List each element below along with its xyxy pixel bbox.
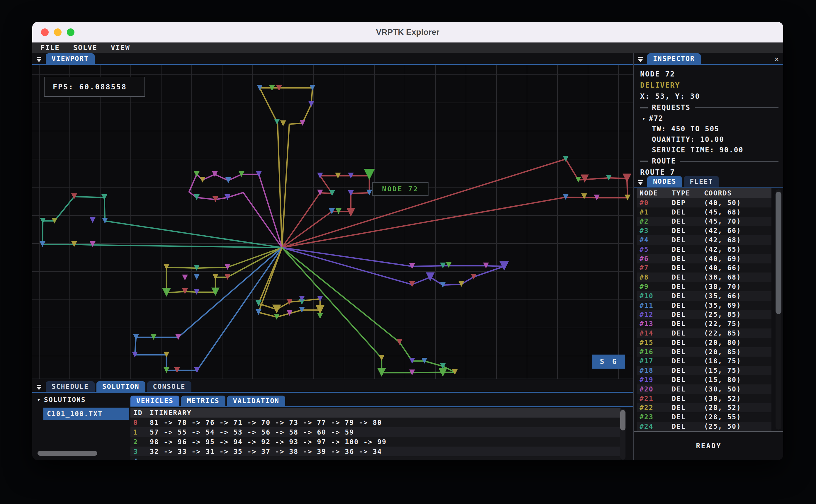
node-type: DEL <box>672 357 704 365</box>
tab-solution[interactable]: SOLUTION <box>96 381 145 392</box>
node-id: #20 <box>640 385 672 393</box>
table-row[interactable]: #20DEL(30, 50) <box>637 384 771 394</box>
node-id: #5 <box>640 246 672 253</box>
tab-fleet[interactable]: FLEET <box>684 176 719 187</box>
vehicle-itinerary: 32 -> 33 -> 31 -> 35 -> 37 -> 38 -> 39 -… <box>150 448 382 455</box>
solution-item-selected[interactable]: C101_100.TXT <box>43 408 129 420</box>
node-id: #15 <box>640 339 672 346</box>
vehicle-itinerary: 98 -> 96 -> 95 -> 94 -> 92 -> 93 -> 97 -… <box>150 438 387 446</box>
vertical-scrollbar-track[interactable] <box>620 409 625 460</box>
tab-console[interactable]: CONSOLE <box>147 381 191 392</box>
solutions-tree-header[interactable]: ▾ SOLUTIONS <box>37 396 86 403</box>
solutions-label: SOLUTIONS <box>44 396 86 403</box>
node-id: #9 <box>640 283 672 290</box>
itinerary-row[interactable]: 332 -> 33 -> 31 -> 35 -> 37 -> 38 -> 39 … <box>130 447 621 456</box>
node-id: #18 <box>640 367 672 374</box>
itinerary-row[interactable]: 298 -> 96 -> 95 -> 94 -> 92 -> 93 -> 97 … <box>130 437 621 447</box>
table-row[interactable]: #17DEL(18, 75) <box>637 357 771 366</box>
node-coords: (45, 68) <box>704 208 741 216</box>
route-section-header: ROUTE <box>640 157 778 165</box>
tab-viewport[interactable]: VIEWPORT <box>46 53 95 64</box>
node-tooltip: NODE 72 <box>372 182 429 196</box>
nodes-scrollbar-thumb[interactable] <box>776 192 781 314</box>
node-coords: (38, 70) <box>704 283 741 290</box>
table-row[interactable]: #24DEL(25, 50) <box>637 422 771 431</box>
node-coords: (45, 70) <box>704 217 741 225</box>
tab-validation[interactable]: VALIDATION <box>227 396 285 406</box>
table-row[interactable]: #7DEL(40, 66) <box>637 263 771 273</box>
table-row[interactable]: #8DEL(38, 68) <box>637 273 771 282</box>
itinerary-row[interactable]: 157 -> 55 -> 54 -> 53 -> 56 -> 58 -> 60 … <box>130 427 621 437</box>
request-row[interactable]: ▾ #72 <box>642 114 778 122</box>
collapse-icon[interactable] <box>637 55 644 62</box>
viewport-canvas[interactable]: FPS: 60.088558 NODE 72 S G <box>32 65 633 379</box>
table-row[interactable]: #10DEL(35, 66) <box>637 291 771 301</box>
menu-item-solve[interactable]: SOLVE <box>73 44 97 52</box>
table-row[interactable]: #16DEL(20, 85) <box>637 347 771 357</box>
node-type: DEL <box>672 292 704 300</box>
collapse-icon[interactable] <box>637 177 644 185</box>
horizontal-scrollbar-thumb[interactable] <box>38 451 97 456</box>
table-row[interactable]: #3DEL(42, 66) <box>637 226 771 235</box>
nodes-table-header: NODE TYPE COORDS <box>637 188 771 198</box>
nodes-scrollbar-track[interactable] <box>776 189 781 430</box>
table-row[interactable]: #14DEL(22, 85) <box>637 328 771 338</box>
table-row[interactable]: #4DEL(42, 68) <box>637 235 771 245</box>
table-row[interactable]: #2DEL(45, 70) <box>637 217 771 226</box>
collapse-icon[interactable] <box>35 55 43 62</box>
snap-toggle-button[interactable]: S <box>600 357 605 366</box>
node-id: #4 <box>640 236 672 244</box>
table-row[interactable]: #22DEL(28, 52) <box>637 403 771 413</box>
table-row[interactable]: #1DEL(45, 68) <box>637 207 771 217</box>
node-coords: (25, 85) <box>704 311 741 318</box>
collapse-icon[interactable] <box>35 382 43 390</box>
itinerary-row[interactable]: 4 <box>130 456 621 460</box>
table-row[interactable]: #15DEL(20, 80) <box>637 338 771 347</box>
table-row[interactable]: #6DEL(40, 69) <box>637 254 771 263</box>
grid-toggle-button[interactable]: G <box>612 357 617 366</box>
table-row[interactable]: #23DEL(28, 55) <box>637 412 771 422</box>
tab-inspector[interactable]: INSPECTOR <box>647 53 701 64</box>
node-id: #19 <box>640 376 672 384</box>
bottom-panel: SCHEDULE SOLUTION CONSOLE ▾ SOLUTIONS C1… <box>32 379 633 460</box>
vertical-scrollbar-thumb[interactable] <box>620 410 625 430</box>
node-type: DEL <box>672 385 704 393</box>
node-coords: (40, 69) <box>704 255 741 263</box>
inspector-node-title: NODE 72 <box>640 70 778 78</box>
node-type: DEL <box>672 255 704 263</box>
node-type: DEL <box>672 367 704 374</box>
node-type: DEL <box>672 246 704 253</box>
table-row[interactable]: #12DEL(25, 85) <box>637 310 771 319</box>
node-type: DEL <box>672 227 704 234</box>
menu-item-file[interactable]: FILE <box>40 44 60 52</box>
fps-counter: FPS: 60.088558 <box>44 77 145 97</box>
table-row[interactable]: #13DEL(22, 75) <box>637 319 771 328</box>
node-type: DEL <box>672 208 704 216</box>
menu-item-view[interactable]: VIEW <box>111 44 130 52</box>
table-row[interactable]: #9DEL(38, 70) <box>637 282 771 291</box>
tab-metrics[interactable]: METRICS <box>181 396 225 406</box>
node-type: DEL <box>672 395 704 402</box>
tree-caret-icon: ▾ <box>642 115 646 122</box>
table-row[interactable]: #21DEL(30, 52) <box>637 394 771 403</box>
table-row[interactable]: #11DEL(35, 69) <box>637 301 771 310</box>
node-id: #13 <box>640 320 672 328</box>
close-icon[interactable]: × <box>774 55 779 64</box>
node-id: #24 <box>640 423 672 430</box>
node-type: DEL <box>672 236 704 244</box>
request-id: #72 <box>649 114 663 122</box>
node-coords: (38, 68) <box>704 273 741 281</box>
table-row[interactable]: #5DEL(42, 65) <box>637 245 771 254</box>
node-coords: (20, 85) <box>704 348 741 356</box>
tab-vehicles[interactable]: VEHICLES <box>130 396 179 406</box>
node-coords: (30, 52) <box>704 395 741 402</box>
tab-schedule[interactable]: SCHEDULE <box>46 381 95 392</box>
table-row[interactable]: #18DEL(15, 75) <box>637 366 771 375</box>
table-row[interactable]: #0DEP(40, 50) <box>637 198 771 207</box>
node-coords: (42, 66) <box>704 227 741 234</box>
tab-nodes[interactable]: NODES <box>647 176 682 187</box>
itinerary-row[interactable]: 081 -> 78 -> 76 -> 71 -> 70 -> 73 -> 77 … <box>130 418 621 427</box>
vehicle-id: 4 <box>133 457 150 460</box>
table-row[interactable]: #19DEL(15, 80) <box>637 375 771 384</box>
inspector-tabbar: INSPECTOR × <box>634 53 783 65</box>
